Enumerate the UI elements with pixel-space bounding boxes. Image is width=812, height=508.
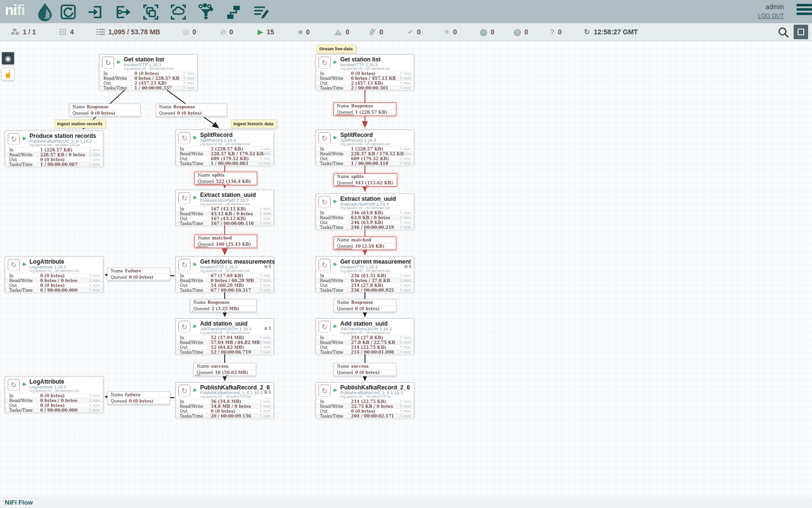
- canvas-label[interactable]: Ingest station records: [55, 120, 106, 128]
- processor-stat-row: Out2 (457.13 KB)5 min: [316, 80, 414, 85]
- processor-name: SplitRecord: [200, 132, 232, 138]
- connection-label[interactable]: NameResponseQueued0 (0 bytes): [69, 104, 141, 117]
- processor-stat-row: Out2 (457.13 KB)5 min: [100, 80, 197, 85]
- processor-node[interactable]: ↻▶Produce station recordsPublishKafkaRec…: [5, 131, 103, 166]
- search-icon[interactable]: [777, 26, 790, 39]
- processor-icon: ↻: [178, 321, 190, 333]
- processor-bundle: org.apache.nifi - nifi-standard-nar: [340, 67, 390, 70]
- connection-label[interactable]: NamesuccessQueued16 (50.03 MB): [193, 363, 256, 376]
- transmitting-icon: ◎: [183, 28, 189, 36]
- logo-text-fi: fi: [17, 2, 25, 18]
- processor-node[interactable]: ↻▶LogAttributeLogAttribute 1.16.3org.apa…: [5, 256, 103, 292]
- funnel-component-icon[interactable]: [197, 3, 215, 21]
- connection-label[interactable]: NamematchedQueued100 (25.43 KB): [194, 235, 257, 248]
- canvas-label[interactable]: Ingest historic data: [231, 120, 277, 128]
- processor-node[interactable]: ↻▶Extract station_uuidEvaluateJsonPath 1…: [175, 190, 274, 225]
- processor-header: ↻▶PublishKafkaRecord_2_6PublishKafkaReco…: [316, 383, 414, 399]
- connection-label[interactable]: NameResponseQueued1 (228.57 KB): [334, 103, 396, 116]
- stat-window: 5 min: [260, 221, 271, 226]
- processor-node[interactable]: ↻▶SplitRecordSplitRecord 1.16.3org.apach…: [316, 130, 414, 165]
- stat-window: 5 min: [400, 288, 411, 293]
- breadcrumb-bar: NiFi Flow: [0, 496, 812, 508]
- refresh-icon[interactable]: ↻: [584, 28, 590, 36]
- connection-name-row: NameResponse: [334, 299, 396, 306]
- processor-stat-row: In214 (22.75 KB)5 min: [316, 399, 414, 403]
- processor-node[interactable]: ↻▶Extract station_uuidEvaluateJsonPath 1…: [316, 194, 414, 229]
- backpressure-bars: [334, 311, 396, 312]
- processor-bundle: org.apache.nifi - nifi-standard-nar: [340, 269, 390, 272]
- input-port-component-icon[interactable]: [87, 3, 104, 21]
- connection-name-row: Namematched: [195, 235, 257, 241]
- processor-header: ↻▶Add station_uuidJoltTransformJSON 1.16…: [176, 319, 274, 335]
- connection-label[interactable]: NamematchedQueued10 (2.59 KB): [334, 237, 396, 250]
- select-hand-tool[interactable]: ☝: [1, 68, 14, 81]
- processor-stat-row: In0 (0 bytes)5 min: [5, 273, 103, 278]
- connection-label[interactable]: NamesplitsQueued443 (115.62 KB): [334, 173, 397, 187]
- processor-stat-row: Out54 (60.29 MB)5 min: [176, 283, 274, 287]
- logout-link[interactable]: LOG OUT: [758, 13, 784, 19]
- canvas-label[interactable]: Stream live-data: [317, 45, 356, 53]
- connection-label[interactable]: NamesuccessQueued0 (0 bytes): [334, 363, 396, 376]
- navigate-tool[interactable]: ◉: [1, 52, 14, 65]
- processor-stat-row: In0 (0 bytes)5 min: [100, 71, 197, 75]
- status-count: 1 / 1: [23, 28, 36, 36]
- stat-label: Tasks/Time: [320, 161, 343, 166]
- processor-stat-row: In1 (228.57 KB)5 min: [176, 146, 274, 151]
- breadcrumb-root[interactable]: NiFi Flow: [5, 499, 33, 506]
- process-group-component-icon[interactable]: [142, 3, 160, 21]
- processor-node[interactable]: ↻▶Get station listInvokeHTTP 1.16.3org.a…: [316, 54, 414, 90]
- processor-stat-row: Read/Write0 bytes / 27.8 KB5 min: [316, 278, 414, 283]
- nifi-logo: nifi: [5, 2, 25, 18]
- processor-bundle: org.apache.nifi - nifi-kafka-2-6-nar: [200, 395, 251, 398]
- stat-label: Tasks/Time: [180, 221, 203, 226]
- processor-stat-row: Read/Write0 bytes / 0 bytes5 min: [5, 398, 103, 403]
- connection-label[interactable]: NameFailureQueued0 (0 bytes): [107, 268, 170, 281]
- processor-stat-row: Out0 (0 bytes)5 min: [316, 408, 414, 413]
- connection-label[interactable]: NamesplitsQueued522 (136.4 KB): [194, 172, 257, 185]
- connection-label[interactable]: NamefailureQueued0 (0 bytes): [107, 391, 170, 405]
- processor-bundle: org.apache.nifi - nifi-standard-nar: [29, 269, 79, 272]
- processor-component-icon[interactable]: [59, 3, 77, 21]
- backpressure-bars: [195, 246, 257, 248]
- processor-icon: ↻: [102, 57, 114, 69]
- processor-node[interactable]: ↻▶Get current measurementInvokeHTTP 1.16…: [316, 256, 414, 292]
- flow-canvas[interactable]: ◉☝Ingest station recordsIngest historic …: [0, 41, 812, 508]
- processor-node[interactable]: ↻▶Get historic measurementsInvokeHTTP 1.…: [175, 256, 274, 292]
- processor-node[interactable]: ↻▶Get station listInvokeHTTP 1.16.3org.a…: [99, 54, 198, 90]
- processor-icon: ↻: [8, 259, 20, 271]
- connection-label[interactable]: NameResponseQueued0 (0 bytes): [334, 299, 396, 313]
- processor-node[interactable]: ↻▶Add station_uuidJoltTransformJSON 1.16…: [316, 318, 414, 354]
- status-count: 0: [417, 28, 421, 36]
- remote-process-group-component-icon[interactable]: [170, 3, 187, 21]
- template-component-icon[interactable]: [225, 3, 242, 21]
- processor-node[interactable]: ↻▶PublishKafkaRecord_2_6PublishKafkaReco…: [316, 382, 414, 418]
- connection-label[interactable]: NameResponseQueued0 (0 bytes): [156, 104, 227, 117]
- global-menu-icon[interactable]: [797, 2, 812, 17]
- status-count: 0: [524, 28, 528, 36]
- sync-failure-icon: ?: [550, 28, 554, 36]
- processor-node[interactable]: ↻▶SplitRecordSplitRecord 1.16.3org.apach…: [175, 130, 274, 165]
- processor-header: ↻▶LogAttributeLogAttribute 1.16.3org.apa…: [5, 377, 103, 393]
- backpressure-bars: [190, 311, 256, 312]
- output-port-component-icon[interactable]: [115, 3, 132, 21]
- status-count: 0: [491, 28, 494, 36]
- processor-name: Produce station records: [29, 133, 96, 139]
- stat-window: 5 min: [260, 350, 271, 355]
- connection-label[interactable]: NameResponseQueued2 (3.25 MB): [190, 299, 257, 313]
- processor-stat-row: In246 (63.9 KB)5 min: [316, 210, 414, 215]
- backpressure-bars: [195, 183, 257, 185]
- processor-node[interactable]: ↻▶PublishKafkaRecord_2_6PublishKafkaReco…: [175, 382, 274, 418]
- connection-name-row: Namefailure: [108, 392, 170, 398]
- connection-name-row: NameResponse: [156, 104, 227, 110]
- processor-header: ↻▶Get station listInvokeHTTP 1.16.3org.a…: [316, 55, 414, 71]
- processor-node[interactable]: ↻▶Add station_uuidJoltTransformJSON 1.16…: [175, 318, 274, 354]
- status-queued-item: 1,095 / 53.78 MB: [97, 23, 160, 41]
- label-component-icon[interactable]: [252, 3, 270, 21]
- processor-stat-row: Tasks/Time1 / 00:00:00.1185 min: [316, 161, 414, 165]
- status-locally-modified-item: ✳0: [444, 23, 457, 41]
- status-not-transmitting-item: ⊘0: [220, 23, 233, 41]
- processor-icon: ↻: [8, 379, 20, 391]
- processor-node[interactable]: ↻▶LogAttributeLogAttribute 1.16.3org.apa…: [5, 376, 103, 412]
- birdseye-panel-button[interactable]: [794, 25, 808, 39]
- stat-window: 5 min: [260, 288, 271, 293]
